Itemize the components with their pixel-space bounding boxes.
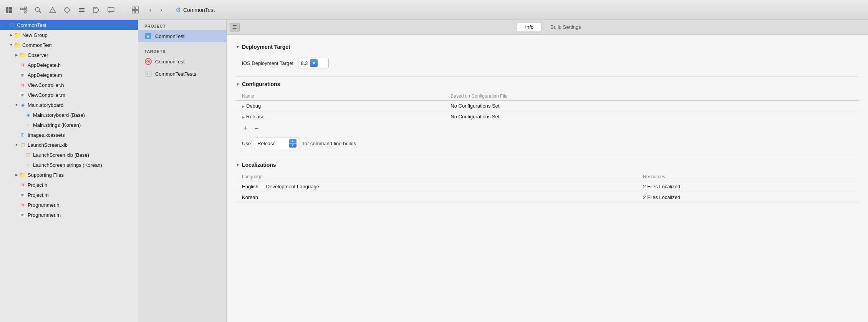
stepper-up[interactable]: ▲ — [289, 139, 297, 143]
loc-table-row[interactable]: Korean2 Files Localized — [236, 192, 859, 203]
stepper-arrows[interactable]: ▲ ▼ — [289, 139, 297, 148]
nav-item-launchscreen-xib[interactable]: ◫LaunchScreen.xib — [0, 140, 138, 150]
nav-icon-m: m — [19, 212, 26, 218]
nav-item-main-strings-korean[interactable]: ≡Main.strings (Korean) — [0, 120, 138, 130]
nav-arrow[interactable] — [14, 52, 19, 58]
panel-target-commontest[interactable]: CommonTest — [138, 55, 226, 68]
nav-item-project-m[interactable]: mProject.m — [0, 190, 138, 200]
nav-arrow[interactable] — [14, 172, 19, 178]
breadcrumb: ⚙ CommonTest — [172, 6, 863, 13]
panel-target-1-label: CommonTest — [155, 59, 185, 65]
warning-icon[interactable]: ! — [48, 6, 57, 14]
svg-line-9 — [23, 9, 24, 10]
nav-icon-m: m — [19, 192, 26, 198]
nav-item-launchscreen-strings-korean[interactable]: ≡LaunchScreen.strings (Korean) — [0, 160, 138, 170]
divider-1 — [236, 76, 859, 76]
nav-item-observer[interactable]: 📁Observer — [0, 50, 138, 60]
deployment-toggle[interactable]: ▼ — [236, 45, 240, 49]
nav-item-viewcontroller-h[interactable]: hViewController.h — [0, 80, 138, 90]
diamond-icon[interactable] — [63, 6, 71, 14]
localizations-toggle[interactable]: ▼ — [236, 163, 240, 167]
nav-icon-folder: 📁 — [14, 32, 21, 38]
svg-marker-14 — [64, 7, 70, 13]
add-config-button[interactable]: + — [242, 124, 250, 132]
tag-icon[interactable] — [92, 6, 101, 14]
main-layout: ⚙CommonTest📁New Group📁CommonTest📁Observe… — [0, 20, 868, 322]
nav-arrow[interactable] — [8, 42, 14, 48]
panel-target-commontesttests[interactable]: T CommonTestTests — [138, 68, 226, 80]
back-button[interactable]: ‹ — [146, 5, 156, 15]
config-based-on-cell: No Configurations Set — [444, 101, 859, 111]
forward-button[interactable]: › — [156, 5, 166, 15]
nav-label: Programmer.m — [28, 212, 61, 218]
project-file-icon: A — [144, 32, 152, 40]
project-panel: PROJECT A CommonTest TARGETS CommonTest — [138, 20, 227, 322]
nav-arrow[interactable] — [8, 32, 14, 38]
nav-icon-m: m — [19, 92, 26, 98]
svg-rect-0 — [6, 7, 8, 10]
nav-label: New Group — [22, 32, 48, 38]
nav-item-main-storyboard[interactable]: ◈Main.storyboard — [0, 100, 138, 110]
nav-arrow[interactable] — [3, 22, 8, 28]
nav-item-viewcontroller-m[interactable]: mViewController.m — [0, 90, 138, 100]
use-suffix: for command-line builds — [303, 141, 356, 146]
hierarchy-icon[interactable] — [19, 6, 28, 14]
nav-label: AppDelegate.m — [28, 72, 62, 78]
list-icon[interactable] — [78, 6, 86, 14]
version-dropdown-arrow[interactable]: ▼ — [310, 59, 318, 67]
stepper-down[interactable]: ▼ — [289, 144, 297, 148]
configurations-toggle[interactable]: ▼ — [236, 82, 240, 86]
nav-item-programmer-h[interactable]: hProgrammer.h — [0, 200, 138, 210]
svg-rect-15 — [79, 8, 84, 9]
tab-info[interactable]: Info — [517, 23, 541, 32]
row-expand-arrow[interactable]: ▶ — [242, 105, 245, 108]
nav-label: ViewController.m — [28, 92, 65, 98]
svg-rect-2 — [6, 10, 8, 13]
remove-config-button[interactable]: − — [253, 124, 260, 132]
nav-arrow[interactable] — [14, 142, 19, 148]
col-based-on-header: Based on Configuration File — [444, 92, 859, 101]
config-table-row[interactable]: ▶DebugNo Configurations Set — [236, 101, 859, 111]
search-icon[interactable] — [34, 6, 42, 14]
nav-item-commontest-group[interactable]: 📁CommonTest — [0, 40, 138, 50]
nav-item-appdelegate-m[interactable]: mAppDelegate.m — [0, 70, 138, 80]
panel-project-label: CommonTest — [155, 33, 185, 39]
grid-view-icon[interactable] — [131, 6, 139, 14]
loc-table-row[interactable]: English — Development Language2 Files Lo… — [236, 181, 859, 192]
nav-item-appdelegate-h[interactable]: hAppDelegate.h — [0, 60, 138, 70]
nav-item-programmer-m[interactable]: mProgrammer.m — [0, 210, 138, 220]
nav-item-new-group[interactable]: 📁New Group — [0, 30, 138, 40]
nav-arrow[interactable] — [14, 102, 19, 108]
grid-icon[interactable] — [5, 6, 13, 14]
row-expand-arrow[interactable]: ▶ — [242, 115, 245, 119]
nav-item-commontest-root[interactable]: ⚙CommonTest — [0, 20, 138, 30]
config-based-on-cell: No Configurations Set — [444, 111, 859, 122]
nav-icon-xcassets: ⊞ — [19, 132, 26, 138]
nav-icon-h: h — [19, 202, 26, 208]
comment-icon[interactable] — [107, 6, 115, 14]
svg-rect-7 — [24, 12, 27, 13]
config-table-row[interactable]: ▶ReleaseNo Configurations Set — [236, 111, 859, 122]
tab-bar: ☰ Info Build Settings — [227, 20, 868, 35]
svg-rect-6 — [24, 10, 27, 11]
use-config-selector[interactable]: Release ▲ ▼ — [254, 138, 300, 149]
toolbar-divider-1 — [123, 5, 123, 15]
nav-item-launchscreen-xib-base[interactable]: ◫LaunchScreen.xib (Base) — [0, 150, 138, 160]
col-name-header: Name — [236, 92, 444, 101]
nav-item-project-h[interactable]: hProject.h — [0, 180, 138, 190]
panel-project-item[interactable]: A CommonTest — [138, 30, 226, 42]
ios-version-selector[interactable]: 8.3 ▼ — [298, 58, 329, 68]
breadcrumb-file-icon: ⚙ — [176, 6, 181, 13]
svg-rect-21 — [132, 7, 135, 10]
nav-arrows[interactable]: ‹ › — [146, 5, 166, 15]
sidebar-toggle-button[interactable]: ☰ — [230, 23, 240, 32]
nav-label: Project.m — [28, 192, 49, 198]
nav-item-images-xcassets[interactable]: ⊞Images.xcassets — [0, 130, 138, 140]
nav-icon-project: ⚙ — [8, 22, 15, 28]
nav-item-main-storyboard-base[interactable]: ◈Main.storyboard (Base) — [0, 110, 138, 120]
tab-build-settings[interactable]: Build Settings — [543, 23, 589, 32]
nav-item-supporting-files[interactable]: 📁Supporting Files — [0, 170, 138, 180]
loc-resources-cell: 2 Files Localized — [637, 192, 859, 203]
nav-icon-folder: 📁 — [19, 52, 26, 58]
svg-point-29 — [148, 61, 149, 62]
